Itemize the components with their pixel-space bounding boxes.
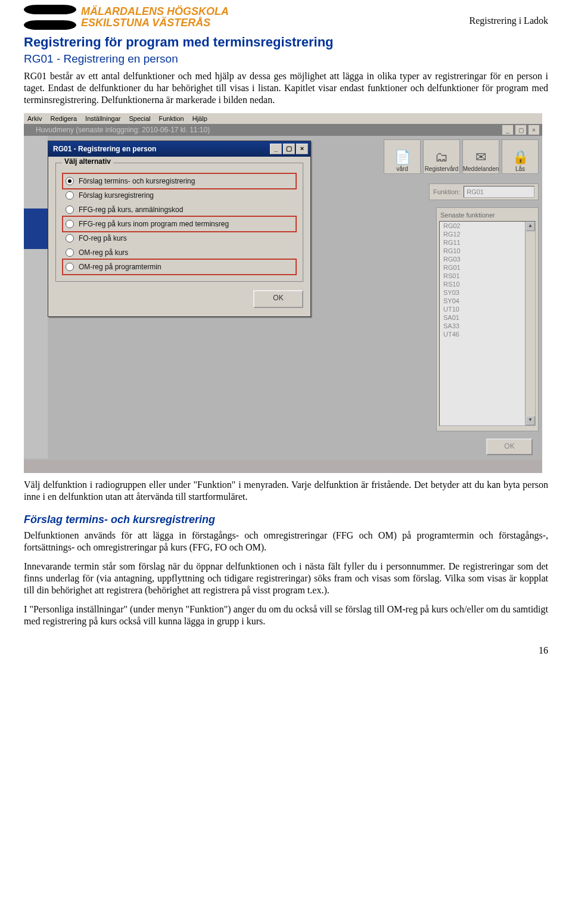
main-window-title: Huvudmeny (senaste inloggning: 2010-06-1… bbox=[36, 126, 210, 134]
funktion-value: RG01 bbox=[467, 188, 484, 195]
radio-label: OM-reg på kurs bbox=[79, 248, 128, 257]
radio-fo-kurs[interactable]: FO-reg på kurs bbox=[63, 231, 296, 245]
doc-running-title: Registrering i Ladok bbox=[470, 15, 548, 26]
menu-bar[interactable]: Arkiv Redigera Inställningar Special Fun… bbox=[24, 113, 542, 124]
status-line bbox=[44, 399, 434, 411]
scroll-up-icon[interactable]: ▲ bbox=[526, 222, 535, 231]
scrollbar[interactable]: ▲ ▼ bbox=[525, 222, 535, 425]
radio-icon[interactable] bbox=[66, 248, 74, 257]
list-item[interactable]: UT10 bbox=[440, 305, 535, 313]
mail-icon: ✉ bbox=[475, 149, 486, 166]
list-item[interactable]: RS10 bbox=[440, 280, 535, 288]
paragraph-5: I "Personliga inställningar" (under meny… bbox=[24, 603, 548, 627]
rg01-dialog: RG01 - Registrering en person _ ▢ × Välj… bbox=[48, 141, 311, 317]
document-icon: 📄 bbox=[394, 149, 411, 166]
heading-forslag: Förslag termins- och kursregistrering bbox=[24, 514, 548, 526]
ladok-screenshot: Arkiv Redigera Inställningar Special Fun… bbox=[24, 113, 542, 473]
radio-forslag-kurs[interactable]: Förslag kursregistrering bbox=[63, 188, 296, 203]
menu-item[interactable]: Hjälp bbox=[192, 115, 207, 122]
radio-forslag-termins-kurs[interactable]: Förslag termins- och kursregistrering bbox=[63, 174, 296, 188]
radio-label: FFG-reg på kurs inom program med termins… bbox=[79, 220, 229, 228]
recent-functions-list[interactable]: RG02 RG12 RG11 RG10 RG03 RG01 RS01 RS10 … bbox=[439, 221, 536, 426]
ok-button-sidebar[interactable]: OK bbox=[486, 438, 533, 455]
list-item[interactable]: RG03 bbox=[440, 255, 535, 263]
radio-ffg-program-terminsreg[interactable]: FFG-reg på kurs inom program med termins… bbox=[63, 217, 296, 231]
radio-icon[interactable] bbox=[66, 177, 74, 185]
maximize-icon[interactable]: ▢ bbox=[283, 144, 295, 154]
radio-om-programtermin[interactable]: OM-reg på programtermin bbox=[63, 260, 296, 274]
list-item[interactable]: UT46 bbox=[440, 330, 535, 338]
minimize-icon[interactable]: _ bbox=[270, 144, 282, 154]
close-icon[interactable]: × bbox=[296, 144, 308, 154]
recent-functions-panel: Senaste funktioner RG02 RG12 RG11 RG10 R… bbox=[436, 207, 539, 431]
radio-icon[interactable] bbox=[66, 191, 74, 200]
menu-item[interactable]: Inställningar bbox=[85, 115, 120, 122]
maximize-icon[interactable]: ▢ bbox=[515, 125, 527, 135]
bottom-status-bar bbox=[24, 460, 542, 473]
list-item[interactable]: SA01 bbox=[440, 313, 535, 322]
menu-item[interactable]: Redigera bbox=[50, 115, 77, 122]
radio-om-kurs[interactable]: OM-reg på kurs bbox=[63, 245, 296, 260]
toolbar-item-meddelanden[interactable]: ✉ Meddelanden bbox=[462, 139, 499, 174]
heading-main: Registrering för program med terminsregi… bbox=[24, 35, 548, 50]
menu-item[interactable]: Special bbox=[129, 115, 150, 122]
cabinet-icon: 🗂 bbox=[435, 149, 448, 166]
toolbar-label: Registervård bbox=[425, 166, 459, 172]
funktion-label: Funktion: bbox=[433, 188, 460, 195]
radio-ffg-anmalningskod[interactable]: FFG-reg på kurs, anmälningskod bbox=[63, 203, 296, 217]
dialog-title-text: RG01 - Registrering en person bbox=[53, 145, 156, 153]
page-number: 16 bbox=[24, 634, 548, 656]
radio-icon[interactable] bbox=[66, 263, 74, 271]
logo-line2: ESKILSTUNA VÄSTERÅS bbox=[81, 17, 229, 29]
paragraph-4: Innevarande termin står som förslag när … bbox=[24, 561, 548, 596]
toolbar-label: Lås bbox=[515, 166, 525, 172]
radio-label: FFG-reg på kurs, anmälningskod bbox=[79, 206, 183, 214]
minimize-icon[interactable]: _ bbox=[502, 125, 514, 135]
heading-sub: RG01 - Registrering en person bbox=[24, 52, 548, 66]
close-icon[interactable]: × bbox=[528, 125, 540, 135]
main-window-titlebar: Huvudmeny (senaste inloggning: 2010-06-1… bbox=[24, 124, 542, 136]
recent-functions-header: Senaste funktioner bbox=[437, 210, 538, 221]
toolbar-item-registervard[interactable]: 🗂 Registervård bbox=[423, 139, 460, 174]
logo: MÄLARDALENS HÖGSKOLA ESKILSTUNA VÄSTERÅS bbox=[24, 5, 229, 30]
scroll-down-icon[interactable]: ▼ bbox=[526, 416, 535, 425]
funktion-input[interactable]: RG01 bbox=[464, 186, 534, 198]
intro-paragraph: RG01 består av ett antal delfunktioner o… bbox=[24, 70, 548, 106]
radio-label: Förslag termins- och kursregistrering bbox=[79, 177, 195, 185]
radio-label: OM-reg på programtermin bbox=[79, 263, 161, 271]
toolbar: 📄 vård 🗂 Registervård ✉ Meddelanden 🔒 Lå… bbox=[384, 139, 539, 174]
list-item[interactable]: RG10 bbox=[440, 247, 535, 255]
paragraph-3: Delfunktionen används för att lägga in f… bbox=[24, 530, 548, 553]
logo-mark-icon bbox=[24, 5, 76, 30]
list-item[interactable]: RS01 bbox=[440, 272, 535, 280]
toolbar-item-vard[interactable]: 📄 vård bbox=[384, 139, 421, 174]
menu-item[interactable]: Arkiv bbox=[27, 115, 42, 122]
list-item[interactable]: RG01 bbox=[440, 263, 535, 272]
list-item[interactable]: RG11 bbox=[440, 238, 535, 247]
page-header: MÄLARDALENS HÖGSKOLA ESKILSTUNA VÄSTERÅS… bbox=[24, 0, 548, 30]
radio-icon[interactable] bbox=[66, 206, 74, 214]
funktion-field: Funktion: RG01 bbox=[429, 183, 539, 200]
logo-line1: MÄLARDALENS HÖGSKOLA bbox=[81, 6, 229, 17]
radio-label: FO-reg på kurs bbox=[79, 234, 127, 242]
radio-label: Förslag kursregistrering bbox=[79, 191, 154, 200]
list-item[interactable]: SY04 bbox=[440, 297, 535, 305]
ok-button[interactable]: OK bbox=[253, 290, 303, 308]
toolbar-label: Meddelanden bbox=[463, 166, 499, 172]
radio-icon[interactable] bbox=[66, 234, 74, 242]
list-item[interactable]: SY03 bbox=[440, 288, 535, 297]
lock-icon: 🔒 bbox=[512, 149, 529, 166]
radio-icon[interactable] bbox=[66, 220, 74, 228]
left-selection-strip bbox=[24, 209, 48, 249]
radio-group: Välj alternativ Förslag termins- och kur… bbox=[55, 163, 303, 282]
toolbar-item-las[interactable]: 🔒 Lås bbox=[502, 139, 539, 174]
group-legend: Välj alternativ bbox=[62, 157, 113, 166]
dialog-titlebar[interactable]: RG01 - Registrering en person _ ▢ × bbox=[48, 141, 310, 157]
list-item[interactable]: RG02 bbox=[440, 222, 535, 230]
menu-item[interactable]: Funktion bbox=[159, 115, 184, 122]
list-item[interactable]: RG12 bbox=[440, 230, 535, 238]
paragraph-2: Välj delfunktion i radiogruppen eller un… bbox=[24, 479, 548, 503]
list-item[interactable]: SA33 bbox=[440, 322, 535, 330]
toolbar-label: vård bbox=[396, 166, 408, 172]
